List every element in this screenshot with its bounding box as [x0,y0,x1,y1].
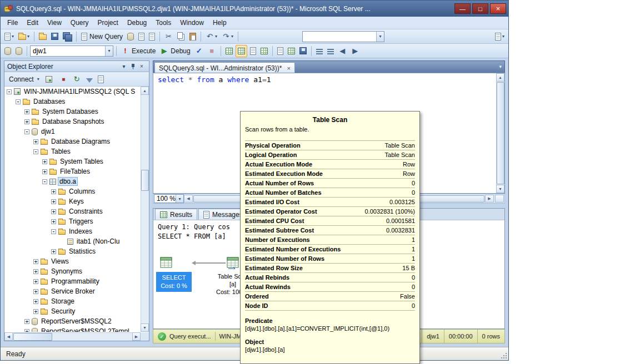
object-explorer-caption[interactable]: Object Explorer ▾ × [4,61,149,72]
open-file-button[interactable] [37,31,48,43]
tree-expander[interactable]: + [51,189,56,194]
tree-item-storage[interactable]: +Storage [5,296,140,306]
increase-indent-button[interactable]: ▶ [349,45,361,57]
decrease-indent-button[interactable]: ◀ [337,45,348,57]
tab-close-icon[interactable]: × [287,65,290,72]
xmla-query-button[interactable] [147,31,157,43]
splitter-handle[interactable] [495,195,504,203]
tree-expander[interactable]: + [33,269,38,274]
new-query-button[interactable]: New Query [79,31,124,43]
tree-item-itab1-non-clu[interactable]: itab1 (Non-Clu [5,236,140,246]
query-options-button[interactable] [248,45,258,57]
tree-expander[interactable]: - [7,89,12,94]
save-button[interactable] [49,31,60,43]
menu-project[interactable]: Project [93,17,123,28]
copy-button[interactable] [176,31,187,43]
parse-button[interactable]: ✓ [193,45,205,57]
tree-expander[interactable]: + [51,249,56,254]
scroll-down-icon[interactable]: ▼ [141,323,149,332]
tree-expander[interactable]: - [42,179,47,184]
results-to-file-button[interactable] [298,45,308,57]
results-to-text-button[interactable] [276,45,285,57]
menu-view[interactable]: View [43,17,66,28]
new-file-button[interactable]: ▾ [3,31,16,43]
tree-expander[interactable]: + [51,199,56,204]
menu-debug[interactable]: Debug [123,17,151,28]
scroll-left-icon[interactable]: ◀ [184,195,193,203]
tree-expander[interactable]: + [33,309,38,314]
close-panel-icon[interactable]: × [137,63,146,70]
maximize-button[interactable]: □ [472,3,488,14]
change-connection-button[interactable] [14,45,24,57]
tree-expander[interactable]: + [42,169,47,174]
resize-grip[interactable] [499,351,507,358]
undo-button[interactable]: ↶▾ [204,31,219,43]
editor-vscrollbar[interactable]: ▲ ▼ [496,73,504,193]
menu-help[interactable]: Help [208,17,231,28]
comment-button[interactable] [314,45,324,57]
tree-hscrollbar[interactable]: ◀ ▶ [4,332,141,341]
tree-expander[interactable]: + [51,219,56,224]
tree-item-programmability[interactable]: +Programmability [5,276,140,286]
tree-expander[interactable]: + [33,299,38,304]
table-scan-node-icon[interactable] [226,256,239,269]
disconnect-button[interactable] [44,73,56,85]
tree-item-synonyms[interactable]: +Synonyms [5,266,140,276]
title-bar[interactable]: SQLQuery3.sql - WIN-JMMAIHA1ILP\MSSQL2.d… [1,1,508,17]
minimize-button[interactable]: — [454,3,471,14]
menu-file[interactable]: File [3,17,22,28]
database-engine-query-button[interactable] [126,31,136,43]
select-node-caption[interactable]: SELECT Cost: 0 % [156,272,192,292]
tree-vscrollbar[interactable]: ▲ ▼ [141,87,149,332]
connect-database-button[interactable] [3,45,13,57]
menu-window[interactable]: Window [176,17,208,28]
select-node-icon[interactable] [159,256,173,269]
tree-item-security[interactable]: +Security [5,306,140,316]
tree-item-columns[interactable]: +Columns [5,186,140,196]
results-to-grid-button[interactable] [286,45,297,57]
tree-item-triggers[interactable]: +Triggers [5,216,140,226]
tab-list-chevron-icon[interactable]: ▾ [499,64,502,69]
open-project-button[interactable]: ▾ [17,31,31,43]
available-databases-combo[interactable]: djw1▾ [30,46,113,57]
tree-item-database-diagrams[interactable]: +Database Diagrams [5,136,140,146]
zoom-combo[interactable]: 100 %▾ [154,194,184,203]
include-client-statistics-button[interactable] [259,45,269,57]
scroll-right-icon[interactable]: ▶ [485,195,494,203]
tree-expander[interactable]: + [42,159,47,164]
tree-item-filetables[interactable]: +FileTables [5,166,140,176]
scroll-up-icon[interactable]: ▲ [496,73,504,82]
tree-item-service-broker[interactable]: +Service Broker [5,286,140,296]
scroll-down-icon[interactable]: ▼ [496,185,504,193]
tree-item-tables[interactable]: -Tables [5,146,140,156]
stop-button[interactable]: ■ [58,73,69,85]
editor-tab[interactable]: SQLQuery3.sql - WI...Administrator (53))… [154,62,295,73]
tree-expander[interactable]: - [51,229,56,234]
tree-expander[interactable]: + [24,109,29,114]
scroll-thumb[interactable] [497,82,504,184]
tree-expander[interactable]: - [33,149,38,154]
redo-button[interactable]: ↷▾ [220,31,235,43]
debug-button[interactable]: ▶Debug [158,45,192,57]
tree-item-djw1[interactable]: -djw1 [5,127,140,136]
include-actual-plan-button[interactable] [236,45,247,57]
tree-item-system-databases[interactable]: +System Databases [5,107,140,117]
tree-item-reportserver-mssql2templ[interactable]: +ReportServer$MSSQL2Templ [5,326,140,332]
filter-button[interactable] [84,73,94,85]
window-position-chevron-icon[interactable]: ▾ [119,63,128,70]
find-combo[interactable]: ▾ [302,31,384,42]
tree-expander[interactable]: + [24,329,29,332]
tree-item-system-tables[interactable]: +System Tables [5,156,140,166]
scroll-up-icon[interactable]: ▲ [141,87,149,95]
scroll-left-icon[interactable]: ◀ [4,332,13,341]
refresh-button[interactable]: ↻ [71,73,83,85]
connect-button[interactable]: Connect▾ [6,74,42,84]
tree-expander[interactable]: - [24,129,29,134]
cut-button[interactable]: ✂ [163,31,174,43]
tree-item-databases[interactable]: -Databases [5,97,140,107]
tree-expander[interactable]: + [33,139,38,144]
menu-tools[interactable]: Tools [151,17,176,28]
execute-button[interactable]: !Execute [119,45,157,57]
tree-expander[interactable]: + [24,119,29,124]
tree-item-indexes[interactable]: -Indexes [5,226,140,236]
